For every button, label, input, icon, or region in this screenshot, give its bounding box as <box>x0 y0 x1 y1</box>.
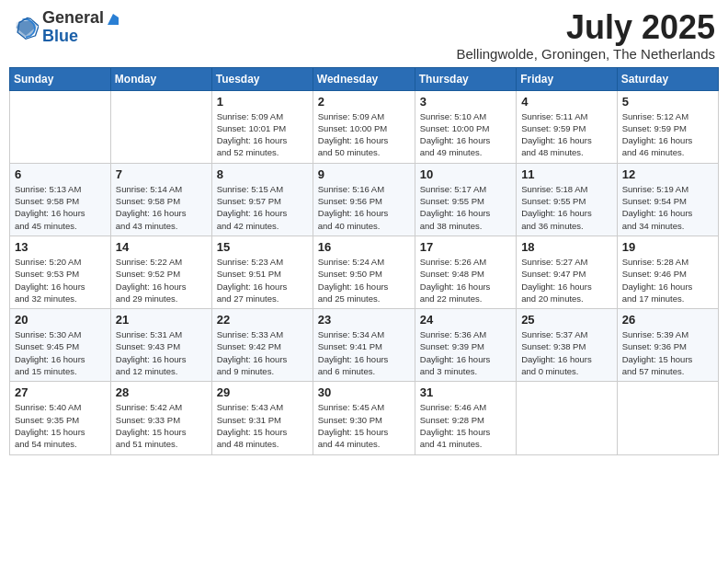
col-header-sunday: Sunday <box>10 67 111 90</box>
day-number: 20 <box>15 313 106 327</box>
day-number: 1 <box>217 95 308 109</box>
day-number: 28 <box>116 385 207 399</box>
calendar-cell: 5Sunrise: 5:12 AM Sunset: 9:59 PM Daylig… <box>617 90 718 163</box>
col-header-tuesday: Tuesday <box>211 67 313 90</box>
calendar-cell: 20Sunrise: 5:30 AM Sunset: 9:45 PM Dayli… <box>10 309 111 382</box>
calendar-cell: 8Sunrise: 5:15 AM Sunset: 9:57 PM Daylig… <box>211 163 313 236</box>
day-info: Sunrise: 5:11 AM Sunset: 9:59 PM Dayligh… <box>521 110 612 159</box>
calendar-cell: 28Sunrise: 5:42 AM Sunset: 9:33 PM Dayli… <box>110 382 211 454</box>
calendar-cell: 17Sunrise: 5:26 AM Sunset: 9:48 PM Dayli… <box>415 236 516 308</box>
day-info: Sunrise: 5:36 AM Sunset: 9:39 PM Dayligh… <box>420 328 511 377</box>
day-number: 7 <box>116 167 207 181</box>
calendar-cell: 13Sunrise: 5:20 AM Sunset: 9:53 PM Dayli… <box>10 236 111 308</box>
day-info: Sunrise: 5:43 AM Sunset: 9:31 PM Dayligh… <box>217 401 308 450</box>
day-info: Sunrise: 5:24 AM Sunset: 9:50 PM Dayligh… <box>318 256 410 304</box>
day-info: Sunrise: 5:13 AM Sunset: 9:58 PM Dayligh… <box>15 183 106 232</box>
day-info: Sunrise: 5:09 AM Sunset: 10:01 PM Daylig… <box>217 110 308 159</box>
day-number: 4 <box>521 95 612 109</box>
logo-shape <box>104 10 122 27</box>
logo-general: General <box>42 9 104 28</box>
day-info: Sunrise: 5:34 AM Sunset: 9:41 PM Dayligh… <box>318 328 410 377</box>
day-number: 27 <box>15 385 106 399</box>
calendar-cell <box>10 90 111 163</box>
day-number: 23 <box>318 313 410 327</box>
logo: General Blue <box>13 9 122 46</box>
calendar-cell: 24Sunrise: 5:36 AM Sunset: 9:39 PM Dayli… <box>415 309 516 382</box>
day-info: Sunrise: 5:17 AM Sunset: 9:55 PM Dayligh… <box>420 183 511 232</box>
day-number: 29 <box>217 385 308 399</box>
day-number: 2 <box>318 95 410 109</box>
day-number: 30 <box>318 385 410 399</box>
day-number: 31 <box>420 385 511 399</box>
day-number: 15 <box>217 240 308 254</box>
day-info: Sunrise: 5:23 AM Sunset: 9:51 PM Dayligh… <box>217 256 308 304</box>
col-header-wednesday: Wednesday <box>313 67 415 90</box>
calendar-cell: 6Sunrise: 5:13 AM Sunset: 9:58 PM Daylig… <box>10 163 111 236</box>
calendar-cell: 21Sunrise: 5:31 AM Sunset: 9:43 PM Dayli… <box>110 309 211 382</box>
calendar-week-row: 27Sunrise: 5:40 AM Sunset: 9:35 PM Dayli… <box>10 382 719 454</box>
day-info: Sunrise: 5:20 AM Sunset: 9:53 PM Dayligh… <box>15 256 106 304</box>
calendar-cell <box>517 382 618 454</box>
calendar-week-row: 1Sunrise: 5:09 AM Sunset: 10:01 PM Dayli… <box>10 90 719 163</box>
page-header: General Blue July 2025 Bellingwolde, Gro… <box>9 9 719 62</box>
calendar-cell: 25Sunrise: 5:37 AM Sunset: 9:38 PM Dayli… <box>517 309 618 382</box>
day-info: Sunrise: 5:33 AM Sunset: 9:42 PM Dayligh… <box>217 328 308 377</box>
calendar-week-row: 6Sunrise: 5:13 AM Sunset: 9:58 PM Daylig… <box>10 163 719 236</box>
day-number: 14 <box>116 240 207 254</box>
title-block: July 2025 Bellingwolde, Groningen, The N… <box>456 9 715 62</box>
day-info: Sunrise: 5:16 AM Sunset: 9:56 PM Dayligh… <box>318 183 410 232</box>
day-number: 22 <box>217 313 308 327</box>
calendar-cell <box>617 382 718 454</box>
day-number: 13 <box>15 240 106 254</box>
day-info: Sunrise: 5:28 AM Sunset: 9:46 PM Dayligh… <box>622 256 713 304</box>
month-title: July 2025 <box>456 9 715 46</box>
day-info: Sunrise: 5:42 AM Sunset: 9:33 PM Dayligh… <box>116 401 207 450</box>
day-number: 16 <box>318 240 410 254</box>
day-info: Sunrise: 5:10 AM Sunset: 10:00 PM Daylig… <box>420 110 511 159</box>
day-info: Sunrise: 5:39 AM Sunset: 9:36 PM Dayligh… <box>622 328 713 377</box>
calendar-cell: 11Sunrise: 5:18 AM Sunset: 9:55 PM Dayli… <box>517 163 618 236</box>
day-info: Sunrise: 5:40 AM Sunset: 9:35 PM Dayligh… <box>15 401 106 450</box>
day-number: 3 <box>420 95 511 109</box>
day-number: 24 <box>420 313 511 327</box>
day-number: 6 <box>15 167 106 181</box>
calendar-cell: 31Sunrise: 5:46 AM Sunset: 9:28 PM Dayli… <box>415 382 516 454</box>
day-info: Sunrise: 5:12 AM Sunset: 9:59 PM Dayligh… <box>622 110 713 159</box>
calendar-cell: 29Sunrise: 5:43 AM Sunset: 9:31 PM Dayli… <box>211 382 313 454</box>
day-number: 25 <box>521 313 612 327</box>
day-info: Sunrise: 5:31 AM Sunset: 9:43 PM Dayligh… <box>116 328 207 377</box>
calendar-header-row: SundayMondayTuesdayWednesdayThursdayFrid… <box>10 67 719 90</box>
calendar-cell: 14Sunrise: 5:22 AM Sunset: 9:52 PM Dayli… <box>110 236 211 308</box>
calendar-cell: 1Sunrise: 5:09 AM Sunset: 10:01 PM Dayli… <box>211 90 313 163</box>
col-header-friday: Friday <box>517 67 618 90</box>
calendar-cell: 16Sunrise: 5:24 AM Sunset: 9:50 PM Dayli… <box>313 236 415 308</box>
day-number: 26 <box>622 313 713 327</box>
day-number: 19 <box>622 240 713 254</box>
day-number: 10 <box>420 167 511 181</box>
calendar-cell: 27Sunrise: 5:40 AM Sunset: 9:35 PM Dayli… <box>10 382 111 454</box>
day-info: Sunrise: 5:37 AM Sunset: 9:38 PM Dayligh… <box>521 328 612 377</box>
day-number: 18 <box>521 240 612 254</box>
day-info: Sunrise: 5:18 AM Sunset: 9:55 PM Dayligh… <box>521 183 612 232</box>
day-number: 21 <box>116 313 207 327</box>
calendar-cell: 18Sunrise: 5:27 AM Sunset: 9:47 PM Dayli… <box>517 236 618 308</box>
calendar-cell: 10Sunrise: 5:17 AM Sunset: 9:55 PM Dayli… <box>415 163 516 236</box>
logo-icon <box>13 15 39 40</box>
day-info: Sunrise: 5:46 AM Sunset: 9:28 PM Dayligh… <box>420 401 511 450</box>
day-info: Sunrise: 5:22 AM Sunset: 9:52 PM Dayligh… <box>116 256 207 304</box>
day-number: 11 <box>521 167 612 181</box>
calendar-cell: 9Sunrise: 5:16 AM Sunset: 9:56 PM Daylig… <box>313 163 415 236</box>
day-number: 9 <box>318 167 410 181</box>
calendar-cell: 3Sunrise: 5:10 AM Sunset: 10:00 PM Dayli… <box>415 90 516 163</box>
col-header-thursday: Thursday <box>415 67 516 90</box>
col-header-monday: Monday <box>110 67 211 90</box>
calendar-cell: 30Sunrise: 5:45 AM Sunset: 9:30 PM Dayli… <box>313 382 415 454</box>
day-info: Sunrise: 5:15 AM Sunset: 9:57 PM Dayligh… <box>217 183 308 232</box>
calendar-cell: 23Sunrise: 5:34 AM Sunset: 9:41 PM Dayli… <box>313 309 415 382</box>
day-info: Sunrise: 5:30 AM Sunset: 9:45 PM Dayligh… <box>15 328 106 377</box>
calendar-cell: 22Sunrise: 5:33 AM Sunset: 9:42 PM Dayli… <box>211 309 313 382</box>
col-header-saturday: Saturday <box>617 67 718 90</box>
day-info: Sunrise: 5:26 AM Sunset: 9:48 PM Dayligh… <box>420 256 511 304</box>
day-info: Sunrise: 5:09 AM Sunset: 10:00 PM Daylig… <box>318 110 410 159</box>
day-info: Sunrise: 5:45 AM Sunset: 9:30 PM Dayligh… <box>318 401 410 450</box>
